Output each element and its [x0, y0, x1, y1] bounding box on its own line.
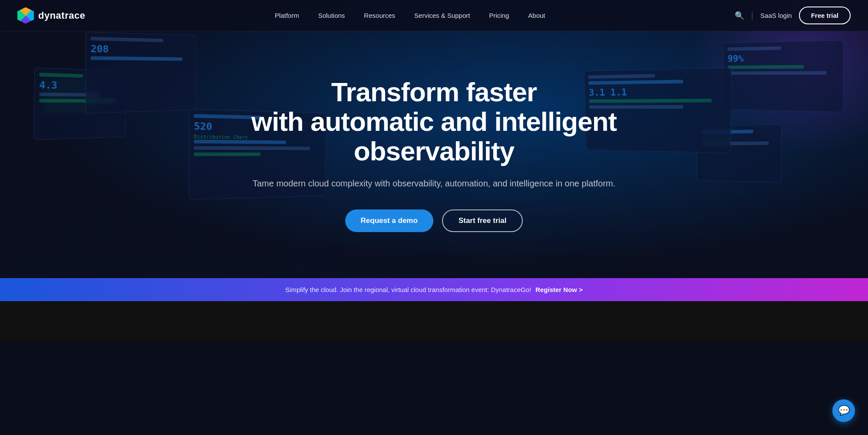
hero-section: 4.3 520 Distribution Chart 208 [0, 0, 868, 278]
hero-content: Transform faster with automatic and inte… [239, 77, 630, 232]
bottom-section [0, 301, 868, 340]
hero-buttons: Request a demo Start free trial [248, 209, 621, 232]
nav-item-pricing[interactable]: Pricing [481, 8, 517, 23]
banner-text: Simplify the cloud. Join the regional, v… [285, 286, 531, 293]
navbar: dynatrace Platform Solutions Resources S… [0, 0, 868, 31]
hero-title: Transform faster with automatic and inte… [248, 77, 621, 166]
free-trial-button[interactable]: Free trial [799, 7, 851, 24]
nav-divider: | [751, 10, 753, 20]
request-demo-button[interactable]: Request a demo [345, 209, 433, 232]
hero-title-rest: with automatic and intelligent observabi… [251, 106, 617, 166]
logo-link[interactable]: dynatrace [17, 7, 85, 24]
nav-right: 🔍 | SaaS login Free trial [735, 7, 851, 24]
nav-item-platform[interactable]: Platform [267, 8, 307, 23]
search-icon[interactable]: 🔍 [735, 11, 744, 20]
nav-item-resources[interactable]: Resources [356, 8, 403, 23]
logo-icon [17, 7, 34, 24]
hero-title-bold: Transform faster [331, 77, 537, 107]
nav-item-services-support[interactable]: Services & Support [406, 8, 478, 23]
nav-item-solutions[interactable]: Solutions [310, 8, 353, 23]
nav-item-about[interactable]: About [520, 8, 553, 23]
start-free-trial-button[interactable]: Start free trial [442, 209, 523, 232]
logo-text: dynatrace [38, 10, 85, 21]
hero-subtitle: Tame modern cloud complexity with observ… [248, 176, 621, 190]
nav-links: Platform Solutions Resources Services & … [267, 8, 553, 23]
banner-cta[interactable]: Register Now > [535, 286, 583, 293]
saas-login-link[interactable]: SaaS login [760, 12, 792, 19]
announcement-banner: Simplify the cloud. Join the regional, v… [0, 278, 868, 301]
